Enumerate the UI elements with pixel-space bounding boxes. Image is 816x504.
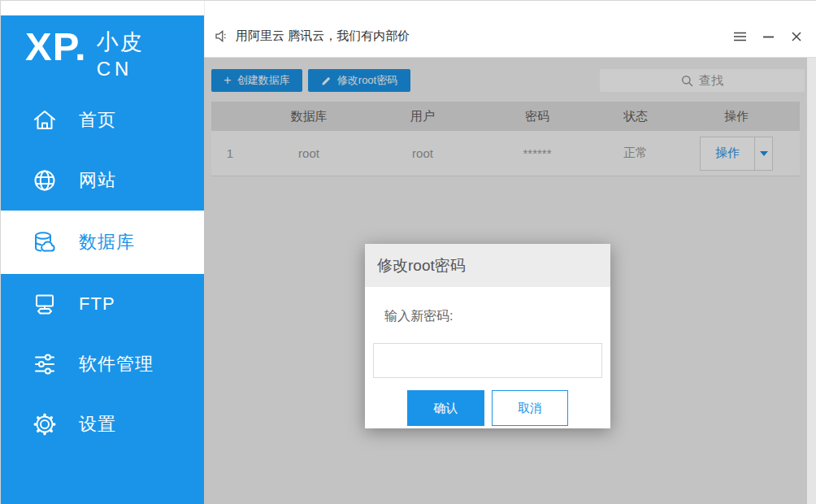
- modal-title: 修改root密码: [365, 244, 610, 287]
- sidebar-item-home[interactable]: 首页: [1, 90, 204, 150]
- window-controls: [731, 28, 805, 46]
- hamburger-icon[interactable]: [731, 28, 749, 46]
- sidebar-item-label: 数据库: [79, 230, 135, 254]
- cancel-button[interactable]: 取消: [492, 390, 568, 426]
- database-icon: [32, 229, 58, 255]
- ftp-icon: [32, 291, 58, 317]
- change-root-password-modal: 修改root密码 输入新密码: 确认 取消: [365, 244, 610, 428]
- sidebar-item-database[interactable]: 数据库: [1, 211, 204, 274]
- app-logo: XP. 小皮 CN: [1, 15, 204, 93]
- sidebar-item-website[interactable]: 网站: [1, 150, 204, 211]
- topbar: 用阿里云 腾讯云，我们有内部价: [204, 1, 816, 58]
- sidebar-item-ftp[interactable]: FTP: [1, 274, 204, 334]
- sidebar-menu: 首页 网站: [1, 90, 204, 454]
- minimize-icon[interactable]: [759, 28, 777, 46]
- modal-body: 输入新密码: 确认 取消: [365, 287, 610, 428]
- home-icon: [32, 107, 58, 133]
- sidebar-item-label: 首页: [79, 108, 116, 133]
- sidebar-item-label: 设置: [79, 412, 116, 437]
- content-pane: + 创建数据库 修改root密码 查找 数据库: [204, 58, 816, 504]
- sidebar-item-label: 网站: [79, 168, 116, 193]
- sidebar-item-label: FTP: [79, 293, 115, 315]
- sidebar-item-software[interactable]: 软件管理: [1, 334, 204, 394]
- announcement-banner[interactable]: 用阿里云 腾讯云，我们有内部价: [215, 28, 410, 44]
- gear-icon: [32, 411, 58, 437]
- sidebar-item-settings[interactable]: 设置: [1, 394, 204, 454]
- app-window: 用阿里云 腾讯云，我们有内部价 XP.: [0, 0, 816, 504]
- sidebar: XP. 小皮 CN 首页: [1, 15, 204, 504]
- logo-main-text: XP.: [25, 27, 87, 67]
- scrollbar-track[interactable]: [807, 58, 816, 504]
- logo-sub-text: 小皮 CN: [97, 27, 144, 79]
- globe-icon: [32, 167, 58, 193]
- close-icon[interactable]: [788, 28, 805, 46]
- announcement-text: 用阿里云 腾讯云，我们有内部价: [236, 28, 410, 44]
- modal-button-row: 确认 取消: [407, 390, 602, 426]
- sliders-icon: [32, 351, 58, 377]
- new-password-label: 输入新密码:: [384, 308, 602, 325]
- speaker-icon: [215, 29, 228, 43]
- sidebar-item-label: 软件管理: [79, 352, 154, 376]
- confirm-button[interactable]: 确认: [407, 390, 484, 426]
- new-password-field[interactable]: [373, 343, 602, 378]
